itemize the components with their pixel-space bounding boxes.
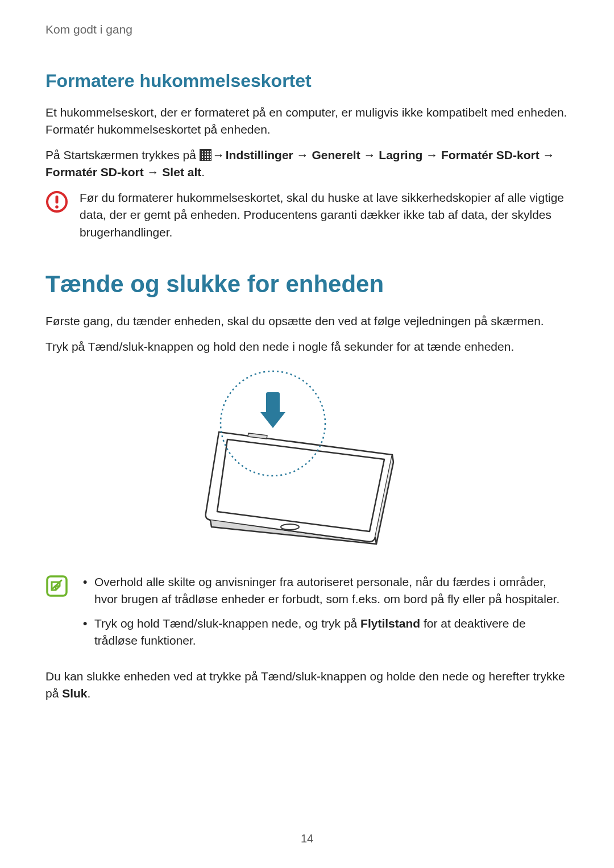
paragraph-power-1: Første gang, du tænder enheden, skal du … — [45, 313, 569, 330]
note-icon — [45, 574, 68, 600]
list-item: Overhold alle skilte og anvisninger fra … — [80, 574, 569, 608]
text-part: Tryk og hold Tænd/sluk-knappen nede, og … — [94, 617, 360, 630]
device-diagram — [45, 367, 569, 554]
section-title-format-card: Formatere hukommelseskortet — [45, 70, 569, 92]
text-bold: Sluk — [62, 687, 87, 700]
text-prefix: På Startskærmen trykkes på — [45, 148, 200, 161]
text-part: Du kan slukke enheden ved at trykke på T… — [45, 670, 565, 700]
note-list: Overhold alle skilte og anvisninger fra … — [80, 574, 569, 657]
note-block: Overhold alle skilte og anvisninger fra … — [45, 574, 569, 657]
text-part: . — [88, 687, 91, 700]
paragraph-power-2: Tryk på Tænd/sluk-knappen og hold den ne… — [45, 338, 569, 355]
svg-point-2 — [55, 205, 59, 209]
text-arrow: → — [211, 147, 226, 164]
warning-icon — [45, 189, 68, 215]
svg-point-4 — [281, 524, 299, 530]
svg-rect-1 — [56, 196, 59, 203]
section-title-power: Tænde og slukke for enheden — [45, 271, 569, 298]
paragraph-format-path: På Startskærmen trykkes på → Indstilling… — [45, 147, 569, 181]
warning-block: Før du formaterer hukommelseskortet, ska… — [45, 189, 569, 241]
list-item: Tryk og hold Tænd/sluk-knappen nede, og … — [80, 615, 569, 650]
header-chapter: Kom godt i gang — [45, 23, 569, 36]
text-bold: Flytilstand — [360, 617, 420, 630]
text-suffix: . — [201, 165, 205, 178]
paragraph-shutdown: Du kan slukke enheden ved at trykke på T… — [45, 668, 569, 703]
paragraph-format-intro: Et hukommelseskort, der er formateret på… — [45, 104, 569, 139]
warning-text: Før du formaterer hukommelseskortet, ska… — [80, 189, 569, 241]
svg-rect-6 — [266, 392, 280, 414]
page-number: 14 — [0, 832, 614, 845]
apps-grid-icon — [200, 149, 211, 161]
